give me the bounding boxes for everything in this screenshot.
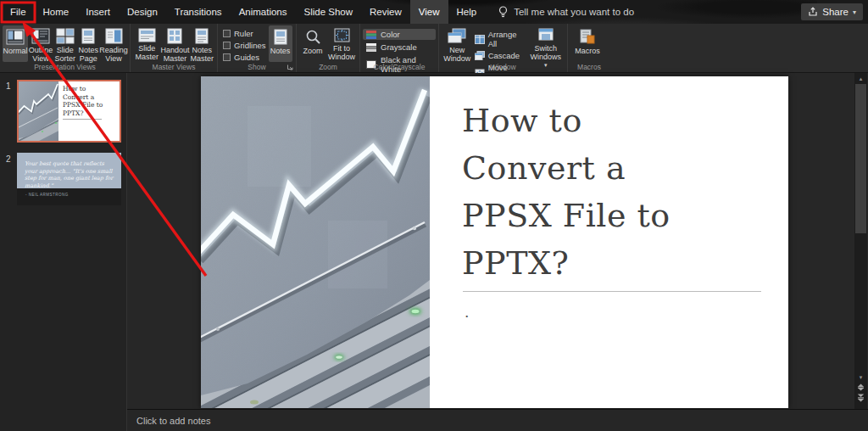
- tab-home[interactable]: Home: [35, 0, 78, 24]
- thumbnail-attribution: - NEIL ARMSTRONG: [17, 188, 121, 205]
- group-label: Master Views: [131, 63, 217, 71]
- button-label: Notes Page: [78, 46, 100, 63]
- tell-me-label: Tell me what you want to do: [514, 7, 634, 17]
- reading-view-button[interactable]: Reading View: [100, 25, 127, 62]
- lightbulb-icon: [498, 6, 508, 19]
- new-window-button[interactable]: New Window: [442, 25, 473, 62]
- fit-to-window-button[interactable]: Fit to Window: [326, 25, 357, 62]
- scroll-up-icon[interactable]: ▴: [854, 73, 867, 84]
- checkbox-label: Gridlines: [234, 41, 266, 50]
- menu-tabs: File Home Insert Design Transitions Anim…: [2, 0, 634, 24]
- scrollbar-thumb[interactable]: [855, 84, 866, 233]
- tab-help[interactable]: Help: [448, 0, 486, 24]
- powerpoint-window: File Home Insert Design Transitions Anim…: [0, 0, 868, 431]
- arrange-all-button[interactable]: Arrange All: [473, 29, 527, 49]
- new-window-icon: [448, 28, 466, 44]
- slide-number: 2: [6, 154, 11, 164]
- normal-view-icon: [6, 28, 25, 45]
- slide-thumbnail-2[interactable]: Your best quote that reflects your appro…: [17, 153, 121, 205]
- notes-page-icon: [81, 28, 95, 44]
- zoom-button[interactable]: Zoom: [299, 25, 326, 62]
- grayscale-icon: [366, 43, 376, 52]
- title-line: PPTX?: [462, 239, 670, 287]
- group-window: New Window Arrange All Cascade: [439, 24, 568, 72]
- guides-checkbox[interactable]: Guides: [223, 53, 266, 62]
- slide-subtitle-textbox[interactable]: .: [465, 304, 469, 321]
- tab-transitions[interactable]: Transitions: [166, 0, 231, 24]
- notes-button[interactable]: Notes: [269, 25, 292, 62]
- checkbox-label: Ruler: [234, 29, 253, 38]
- checkbox-label: Guides: [234, 53, 259, 62]
- group-label: Color/Grayscale: [360, 63, 438, 71]
- arrange-all-icon: [475, 35, 485, 44]
- color-button[interactable]: Color: [363, 29, 436, 40]
- button-label: Switch Windows: [528, 44, 564, 61]
- tab-view[interactable]: View: [410, 0, 448, 24]
- zoom-icon: [305, 28, 321, 45]
- group-zoom: Zoom Fit to Window Zoom: [297, 24, 360, 72]
- slide-thumbnail-1[interactable]: How to Convert a PPSX File to PPTX?: [17, 80, 121, 143]
- button-label: Handout Master: [160, 46, 189, 63]
- tab-review[interactable]: Review: [361, 0, 410, 24]
- button-label: New Window: [442, 46, 472, 63]
- button-label: Color: [381, 30, 400, 39]
- tab-file[interactable]: File: [2, 0, 35, 24]
- slide-number: 1: [6, 81, 11, 91]
- slide-photo-stairs-chart[interactable]: [201, 76, 430, 408]
- title-line: PPSX File to: [462, 192, 670, 239]
- button-label: Reading View: [99, 46, 128, 63]
- notes-placeholder[interactable]: Click to add notes: [127, 410, 868, 426]
- group-label: Window: [439, 63, 567, 71]
- group-color-grayscale: Color Grayscale Black and White Color/Gr…: [360, 24, 439, 72]
- handout-master-icon: [167, 28, 182, 44]
- grayscale-button[interactable]: Grayscale: [363, 42, 436, 53]
- ribbon-view-tab: Normal Outline View Slide Sorter Notes P…: [0, 24, 868, 73]
- notes-master-button[interactable]: Notes Master: [189, 25, 214, 62]
- group-label: Presentation Views: [0, 63, 130, 71]
- group-presentation-views: Normal Outline View Slide Sorter Notes P…: [0, 24, 131, 72]
- vertical-scrollbar[interactable]: ▴ ▾: [854, 73, 867, 409]
- reading-view-icon: [105, 28, 123, 44]
- scroll-down-icon[interactable]: ▾: [854, 372, 867, 383]
- slide-sorter-button[interactable]: Slide Sorter: [53, 25, 77, 62]
- switch-windows-button[interactable]: Switch Windows ▾: [527, 25, 565, 62]
- share-label: Share: [822, 7, 849, 17]
- normal-view-button[interactable]: Normal: [3, 25, 28, 62]
- button-label: Notes Master: [190, 46, 214, 63]
- tell-me-box[interactable]: Tell me what you want to do: [498, 0, 634, 24]
- tab-design[interactable]: Design: [119, 0, 166, 24]
- handout-master-button[interactable]: Handout Master: [160, 25, 189, 62]
- group-master-views: Slide Master Handout Master Notes Master…: [131, 24, 218, 72]
- title-line: How to: [462, 97, 670, 144]
- next-slide-icon[interactable]: [857, 394, 865, 402]
- share-button[interactable]: Share ▾: [801, 3, 863, 20]
- tab-insert[interactable]: Insert: [77, 0, 119, 24]
- button-label: Cascade: [488, 51, 520, 60]
- fit-to-window-icon: [334, 28, 350, 42]
- macros-button[interactable]: Macros: [570, 25, 604, 62]
- previous-slide-icon[interactable]: [857, 383, 865, 392]
- slide-master-icon: [138, 28, 156, 42]
- notes-page-button[interactable]: Notes Page: [77, 25, 101, 62]
- cascade-button[interactable]: Cascade: [473, 50, 527, 61]
- button-label: Slide Sorter: [54, 46, 76, 63]
- tab-slide-show[interactable]: Slide Show: [296, 0, 362, 24]
- slide-master-button[interactable]: Slide Master: [133, 25, 160, 62]
- slide-canvas[interactable]: How to Convert a PPSX File to PPTX? .: [201, 76, 788, 408]
- editor-canvas: How to Convert a PPSX File to PPTX? . ▴ …: [0, 73, 868, 431]
- color-icon: [366, 31, 376, 39]
- cascade-icon: [475, 51, 485, 60]
- slide-title-textbox[interactable]: How to Convert a PPSX File to PPTX?: [462, 97, 670, 287]
- tab-animations[interactable]: Animations: [231, 0, 296, 24]
- title-menu-bar: File Home Insert Design Transitions Anim…: [0, 0, 868, 24]
- gridlines-checkbox[interactable]: Gridlines: [223, 41, 266, 50]
- slide-sorter-icon: [56, 28, 75, 44]
- button-label: Notes: [270, 47, 291, 55]
- group-label: Zoom: [297, 63, 359, 71]
- title-line: Convert a: [462, 144, 670, 192]
- button-label: Grayscale: [381, 42, 417, 52]
- notes-pane[interactable]: Click to add notes: [127, 409, 868, 431]
- macros-icon: [580, 28, 595, 45]
- ruler-checkbox[interactable]: Ruler: [223, 29, 266, 38]
- outline-view-button[interactable]: Outline View: [28, 25, 53, 62]
